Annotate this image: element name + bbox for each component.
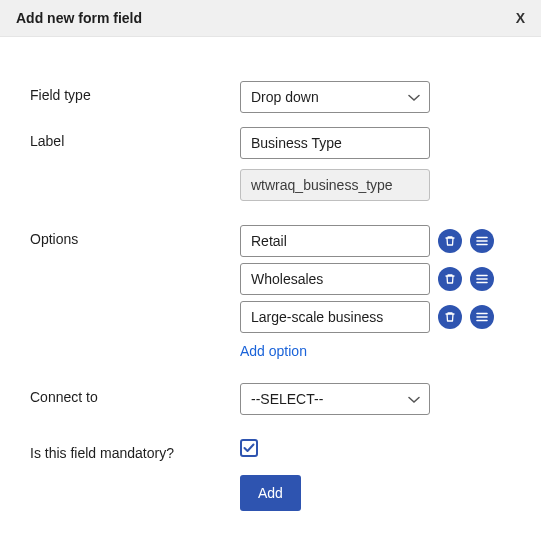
slug-text: wtwraq_business_type xyxy=(251,177,393,193)
reorder-option-button[interactable] xyxy=(470,305,494,329)
label-input[interactable] xyxy=(240,127,430,159)
delete-option-button[interactable] xyxy=(438,267,462,291)
option-row xyxy=(240,225,511,257)
menu-icon xyxy=(476,274,488,284)
options-label: Options xyxy=(30,225,240,247)
option-row xyxy=(240,263,511,295)
mandatory-checkbox[interactable] xyxy=(240,439,258,457)
row-submit: Add xyxy=(30,475,511,511)
trash-icon xyxy=(444,311,456,323)
slug-display: wtwraq_business_type xyxy=(240,169,430,201)
dialog-title: Add new form field xyxy=(16,10,142,26)
check-icon xyxy=(243,443,255,453)
row-label: Label wtwraq_business_type xyxy=(30,127,511,201)
connect-to-label: Connect to xyxy=(30,383,240,405)
menu-icon xyxy=(476,236,488,246)
close-button[interactable]: X xyxy=(516,10,525,26)
label-field-label: Label xyxy=(30,127,240,149)
row-connect-to: Connect to --SELECT-- xyxy=(30,383,511,415)
field-type-label: Field type xyxy=(30,81,240,103)
row-field-type: Field type Drop down xyxy=(30,81,511,113)
option-input-2[interactable] xyxy=(240,301,430,333)
add-option-link[interactable]: Add option xyxy=(240,343,307,359)
row-options: Options xyxy=(30,225,511,359)
reorder-option-button[interactable] xyxy=(470,229,494,253)
dialog-header: Add new form field X xyxy=(0,0,541,37)
trash-icon xyxy=(444,273,456,285)
row-mandatory: Is this field mandatory? xyxy=(30,439,511,461)
mandatory-label: Is this field mandatory? xyxy=(30,439,240,461)
option-input-0[interactable] xyxy=(240,225,430,257)
form-body: Field type Drop down Label wtwraq_busine… xyxy=(0,37,541,541)
menu-icon xyxy=(476,312,488,322)
delete-option-button[interactable] xyxy=(438,305,462,329)
delete-option-button[interactable] xyxy=(438,229,462,253)
connect-to-select[interactable]: --SELECT-- xyxy=(240,383,430,415)
option-row xyxy=(240,301,511,333)
option-input-1[interactable] xyxy=(240,263,430,295)
field-type-select[interactable]: Drop down xyxy=(240,81,430,113)
trash-icon xyxy=(444,235,456,247)
reorder-option-button[interactable] xyxy=(470,267,494,291)
add-button[interactable]: Add xyxy=(240,475,301,511)
